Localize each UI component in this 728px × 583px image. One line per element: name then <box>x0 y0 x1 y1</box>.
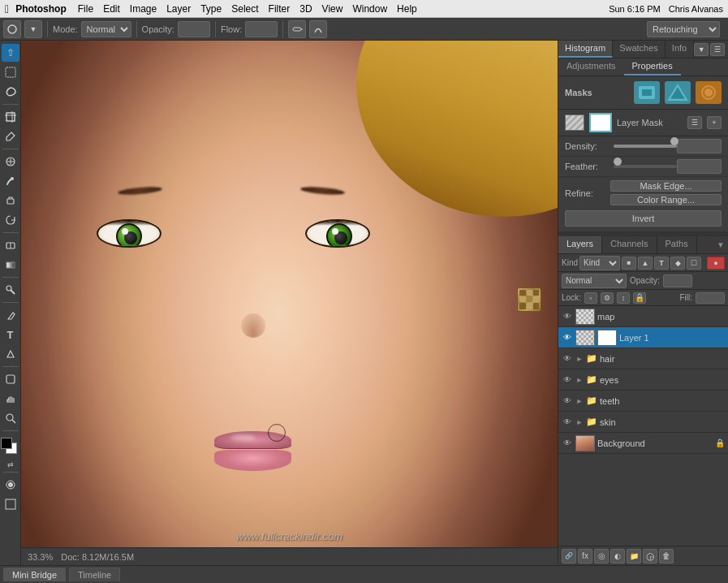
tab-layers[interactable]: Layers <box>558 236 602 253</box>
layer-eye-layer1[interactable]: 👁 <box>562 332 573 343</box>
lasso-tool[interactable] <box>2 83 19 101</box>
stamp-tool[interactable] <box>2 192 19 209</box>
tab-info[interactable]: Info <box>666 41 694 58</box>
layer-expand-skin[interactable]: ► <box>575 417 584 428</box>
filter-pixel-btn[interactable]: ■ <box>622 257 636 270</box>
filter-shape-btn[interactable]: ◆ <box>670 257 685 270</box>
menu-filter[interactable]: Filter <box>269 3 291 15</box>
apple-menu-icon[interactable]:  <box>5 2 9 15</box>
crop-tool[interactable] <box>2 108 19 126</box>
lock-transparent-btn[interactable]: ▫ <box>584 292 597 304</box>
text-tool[interactable]: T <box>2 326 19 343</box>
brush-tool[interactable] <box>2 172 19 190</box>
filter-smart-btn[interactable]: ☐ <box>687 257 701 270</box>
layer-adj-btn[interactable]: ◐ <box>610 549 625 564</box>
density-slider[interactable] <box>614 140 677 153</box>
history-brush-tool[interactable] <box>2 211 19 229</box>
layer-style-btn[interactable]: fx <box>578 549 592 564</box>
menu-image[interactable]: Image <box>130 3 157 15</box>
zoom-tool[interactable] <box>2 409 19 427</box>
dodge-tool[interactable] <box>2 281 19 299</box>
density-input[interactable]: 100% <box>677 139 722 153</box>
eyedropper-tool[interactable] <box>2 127 19 145</box>
menu-edit[interactable]: Edit <box>103 3 120 15</box>
color-range-btn[interactable]: Color Range... <box>610 194 722 205</box>
lock-image-btn[interactable]: ⚙ <box>601 292 614 304</box>
layer-delete-btn[interactable]: 🗑 <box>659 549 674 564</box>
hand-tool[interactable] <box>2 390 19 408</box>
gradient-tool[interactable] <box>2 256 19 274</box>
pixel-mask-btn[interactable] <box>634 81 660 104</box>
layer-link-btn[interactable]: 🔗 <box>562 549 576 564</box>
tab-paths[interactable]: Paths <box>657 236 697 253</box>
layer-new-btn[interactable]: ◶ <box>643 549 657 564</box>
healing-brush-tool[interactable] <box>2 153 19 171</box>
menu-select[interactable]: Select <box>231 3 258 15</box>
fill-input[interactable]: 100% <box>696 292 725 304</box>
quick-mask-btn[interactable] <box>2 476 19 494</box>
tab-properties[interactable]: Properties <box>624 58 681 76</box>
layer-row-hair[interactable]: 👁 ► 📁 hair <box>558 348 728 369</box>
shape-tool[interactable] <box>2 370 19 388</box>
brush-tool-options[interactable] <box>3 20 21 38</box>
menu-help[interactable]: Help <box>397 3 417 15</box>
app-name[interactable]: Photoshop <box>15 3 67 15</box>
brush-picker[interactable]: ▼ <box>24 20 42 38</box>
feather-thumb[interactable] <box>614 158 622 166</box>
selection-tool[interactable] <box>2 63 19 81</box>
layers-panel-options-btn[interactable]: ▼ <box>715 240 726 251</box>
tab-swatches[interactable]: Swatches <box>613 41 666 58</box>
lock-all-btn[interactable]: 🔒 <box>633 292 646 304</box>
mask-edge-btn[interactable]: Mask Edge... <box>610 180 722 192</box>
layer-eye-hair[interactable]: 👁 <box>562 353 573 365</box>
layer-eye-teeth[interactable]: 👁 <box>562 395 573 407</box>
layers-filter-toggle[interactable]: ● <box>707 257 725 270</box>
layer-row-map[interactable]: 👁 map <box>558 306 728 327</box>
filter-mask-btn[interactable] <box>696 81 722 104</box>
layer-eye-background[interactable]: 👁 <box>562 438 573 449</box>
eraser-tool[interactable] <box>2 236 19 254</box>
tab-timeline[interactable]: Timeline <box>69 568 120 581</box>
filter-type-btn[interactable]: T <box>654 257 669 270</box>
opacity-input[interactable]: 100% <box>178 21 210 37</box>
panel-collapse-btn[interactable]: ▼ <box>694 43 709 56</box>
feather-slider[interactable] <box>614 160 677 173</box>
flow-input[interactable]: 100% <box>245 21 278 37</box>
move-tool[interactable]: ⇧ <box>2 44 19 62</box>
density-thumb[interactable] <box>670 137 678 145</box>
menu-window[interactable]: Window <box>352 3 387 15</box>
menu-type[interactable]: Type <box>200 3 222 15</box>
layer-expand-hair[interactable]: ► <box>575 353 584 365</box>
layer-eye-map[interactable]: 👁 <box>562 311 573 322</box>
layer-row-background[interactable]: 👁 Background 🔒 <box>558 433 728 454</box>
layer-row-teeth[interactable]: 👁 ► 📁 teeth <box>558 391 728 412</box>
mask-add-btn[interactable]: + <box>707 116 722 129</box>
path-selection-tool[interactable] <box>2 345 19 363</box>
airbrush-toggle[interactable] <box>288 20 306 38</box>
layer-eye-skin[interactable]: 👁 <box>562 417 573 428</box>
tab-mini-bridge[interactable]: Mini Bridge <box>3 568 66 581</box>
layer-expand-eyes[interactable]: ► <box>575 374 584 386</box>
menu-view[interactable]: View <box>322 3 343 15</box>
layer-mask-add-btn[interactable]: ◎ <box>594 549 609 564</box>
feather-input[interactable]: 0.0 px <box>677 159 722 174</box>
color-swatches[interactable] <box>1 438 20 457</box>
menu-3d[interactable]: 3D <box>299 3 312 15</box>
layer-row-eyes[interactable]: 👁 ► 📁 eyes <box>558 369 728 391</box>
foreground-color-swatch[interactable] <box>1 438 12 449</box>
layer-row-layer1[interactable]: 👁 Layer 1 <box>558 327 728 348</box>
layer-expand-teeth[interactable]: ► <box>575 395 584 407</box>
swap-colors-icon[interactable]: ⇄ <box>7 460 14 469</box>
menu-file[interactable]: File <box>78 3 93 15</box>
invert-btn[interactable]: Invert <box>565 210 722 227</box>
vector-mask-btn[interactable] <box>665 81 691 104</box>
tab-adjustments[interactable]: Adjustments <box>558 58 624 76</box>
tab-channels[interactable]: Channels <box>602 236 657 253</box>
mask-options-btn[interactable]: ☰ <box>687 116 702 129</box>
panel-menu-btn[interactable]: ☰ <box>710 43 725 56</box>
tab-histogram[interactable]: Histogram <box>558 41 613 58</box>
menu-layer[interactable]: Layer <box>166 3 191 15</box>
workspace-select[interactable]: Retouching <box>647 21 720 37</box>
mode-select[interactable]: Normal <box>81 21 131 37</box>
layer-row-skin[interactable]: 👁 ► 📁 skin <box>558 412 728 433</box>
